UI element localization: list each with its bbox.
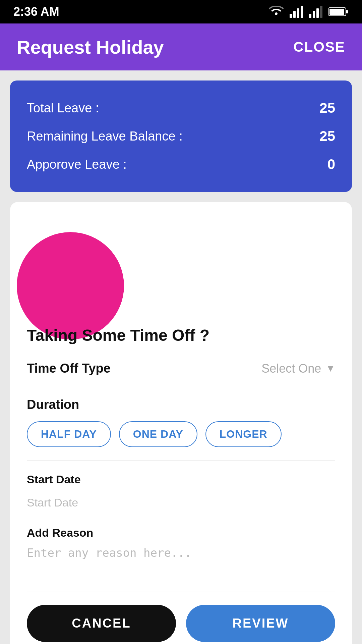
approved-leave-value: 0 [327,156,335,172]
time-off-type-select[interactable]: Select One ▼ [261,362,335,376]
battery-icon [328,7,349,17]
chevron-down-icon: ▼ [326,363,335,374]
duration-section: Duration HALF DAY ONE DAY LONGER [27,397,335,447]
wifi-icon [269,6,284,18]
duration-label: Duration [27,397,335,412]
time-off-type-label: Time Off Type [27,361,111,376]
time-off-type-row: Time Off Type Select One ▼ [27,361,335,384]
status-icons [269,6,349,18]
svg-rect-10 [329,9,344,15]
status-time: 2:36 AM [13,5,59,19]
duration-buttons: HALF DAY ONE DAY LONGER [27,421,335,447]
leave-info-card: Total Leave : 25 Remaining Leave Balance… [10,80,352,192]
half-day-button[interactable]: HALF DAY [27,421,111,447]
reason-input[interactable] [27,546,335,573]
remaining-leave-row: Remaining Leave Balance : 25 [27,122,335,150]
signal-icon-1 [290,6,303,18]
start-date-input[interactable] [27,491,335,514]
form-bottom-divider [27,591,335,591]
close-button[interactable]: CLOSE [293,39,345,55]
svg-rect-9 [346,10,348,13]
add-reason-section: Add Reason [27,526,335,574]
total-leave-row: Total Leave : 25 [27,94,335,122]
svg-rect-4 [309,14,311,18]
cancel-button[interactable]: CANCEL [27,605,176,642]
svg-rect-3 [301,6,303,18]
svg-rect-7 [320,6,322,18]
action-buttons: CANCEL REVIEW [27,605,335,642]
form-card: Taking Some Time Off ? Time Off Type Sel… [10,202,352,644]
decorative-shape [17,232,124,339]
approved-leave-row: Apporove Leave : 0 [27,150,335,178]
status-bar: 2:36 AM [0,0,362,23]
form-title: Taking Some Time Off ? [27,326,335,344]
add-reason-label: Add Reason [27,526,335,539]
remaining-leave-label: Remaining Leave Balance : [27,129,183,144]
start-date-label: Start Date [27,473,335,486]
svg-rect-2 [297,8,299,18]
duration-divider [27,461,335,461]
longer-button[interactable]: LONGER [205,421,282,447]
select-placeholder: Select One [261,362,321,376]
review-button[interactable]: REVIEW [186,605,335,642]
svg-rect-1 [293,11,296,18]
header: Request Holiday CLOSE [0,23,362,70]
one-day-button[interactable]: ONE DAY [119,421,197,447]
remaining-leave-value: 25 [319,128,335,144]
header-title: Request Holiday [17,36,164,58]
svg-rect-0 [290,14,292,18]
signal-icon-2 [309,6,322,18]
start-date-section: Start Date [27,473,335,514]
total-leave-value: 25 [319,100,335,116]
svg-rect-6 [316,8,319,18]
approved-leave-label: Apporove Leave : [27,157,127,172]
total-leave-label: Total Leave : [27,101,99,115]
svg-rect-5 [313,11,315,18]
